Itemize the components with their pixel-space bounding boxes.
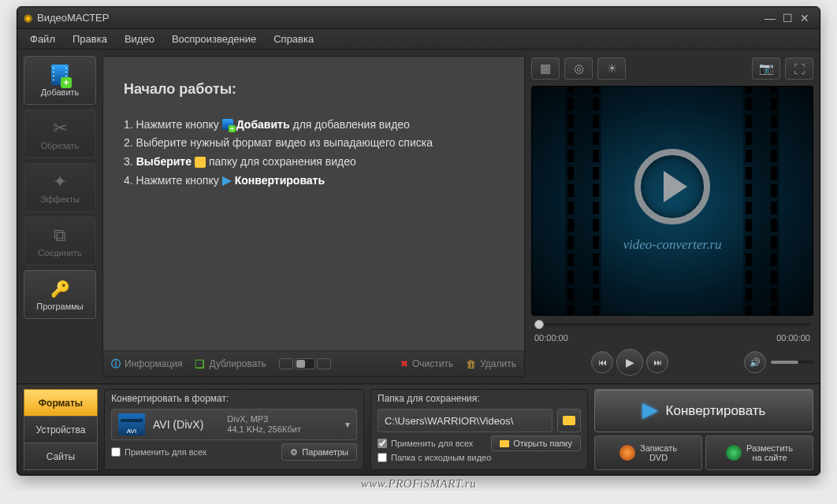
page-watermark: www.PROFiSMART.ru: [361, 477, 476, 491]
tool-add-button[interactable]: + Добавить: [24, 56, 96, 105]
tool-join-button[interactable]: ⧉ Соединить: [24, 217, 96, 265]
maximize-button[interactable]: ☐: [779, 12, 796, 24]
delete-icon: 🗑: [466, 358, 476, 370]
folder-small-icon: [500, 440, 509, 447]
seek-thumb[interactable]: [534, 320, 544, 329]
folder-inline-icon: [195, 157, 206, 168]
speaker-icon: 🔊: [750, 358, 761, 368]
view-list-icon: [279, 358, 293, 369]
menu-edit[interactable]: Правка: [65, 32, 115, 46]
app-logo-icon: ◉: [24, 12, 32, 24]
film-strip-left-icon: [565, 87, 601, 315]
chevron-down-icon: ▾: [345, 419, 350, 430]
duplicate-icon: ❏: [195, 358, 205, 370]
open-folder-button[interactable]: Открыть папку: [491, 435, 581, 451]
menubar: Файл Правка Видео Воспроизведение Справк…: [17, 29, 820, 50]
format-sub1: DivX, MP3: [227, 414, 301, 424]
start-step-3: 3. Выберите папку для сохранения видео: [124, 153, 504, 172]
prev-icon: ⏮: [598, 358, 607, 367]
save-source-folder-checkbox[interactable]: Папка с исходным видео: [378, 453, 581, 462]
video-preview[interactable]: video-converter.ru: [531, 86, 813, 316]
play-button[interactable]: ▶: [616, 349, 643, 376]
tool-programs-button[interactable]: 🔑 Программы: [24, 270, 96, 319]
save-apply-all-checkbox[interactable]: Применить для всех: [378, 439, 473, 448]
lt-duplicate[interactable]: ❏Дублировать: [195, 358, 266, 370]
main-area: + Добавить ✂ Обрезать ✦ Эффекты ⧉ Соедин…: [17, 50, 820, 384]
menu-help[interactable]: Справка: [266, 32, 322, 46]
tab-devices[interactable]: Устройства: [24, 416, 98, 443]
menu-file[interactable]: Файл: [22, 32, 63, 46]
app-window: ◉ ВидеоМАСТЕР — ☐ ✕ Файл Правка Видео Во…: [17, 6, 820, 476]
format-name: AVI (DivX): [153, 418, 203, 431]
preview-caption: video-converter.ru: [623, 237, 721, 253]
convert-button[interactable]: Конвертировать: [594, 389, 813, 432]
action-panel: Конвертировать ЗаписатьDVD Разместитьна …: [594, 389, 813, 470]
time-total: 00:00:00: [776, 333, 810, 343]
pt-fullscreen-button[interactable]: ⛶: [785, 57, 813, 80]
rotate-icon: ◎: [574, 61, 584, 76]
start-step-2: 2. Выберите нужный формат видео из выпад…: [124, 134, 504, 153]
pt-brightness-button[interactable]: ☀: [597, 57, 626, 80]
preview-toolbar: ▦ ◎ ☀ 📷 ⛶: [531, 56, 813, 81]
menu-playback[interactable]: Воспроизведение: [164, 32, 264, 46]
pt-crop-button[interactable]: ▦: [531, 57, 560, 80]
list-toolbar: ⓘИнформация ❏Дублировать ✖Очистить 🗑Удал…: [103, 351, 524, 376]
tab-sites[interactable]: Сайты: [24, 443, 98, 470]
lt-delete[interactable]: 🗑Удалить: [466, 358, 516, 370]
preview-panel: ▦ ◎ ☀ 📷 ⛶ video-converter.ru 00:00:00 00…: [531, 56, 813, 377]
pt-snapshot-button[interactable]: 📷: [752, 57, 780, 80]
fullscreen-icon: ⛶: [794, 62, 805, 76]
close-button[interactable]: ✕: [796, 12, 813, 24]
crop-icon: ▦: [540, 61, 551, 76]
format-tabs: Форматы Устройства Сайты: [24, 389, 98, 470]
bottom-strip: Форматы Устройства Сайты Конвертировать …: [17, 384, 820, 475]
info-icon: ⓘ: [111, 358, 121, 371]
time-row: 00:00:00 00:00:00: [531, 333, 813, 343]
clear-icon: ✖: [400, 358, 408, 369]
add-inline-icon: [222, 119, 233, 130]
time-current: 00:00:00: [534, 333, 568, 343]
next-icon: ⏭: [653, 358, 662, 367]
brightness-icon: ☀: [607, 61, 617, 76]
volume-slider[interactable]: [771, 361, 813, 364]
tab-formats[interactable]: Форматы: [24, 389, 98, 416]
menu-video[interactable]: Видео: [117, 32, 162, 46]
lt-info[interactable]: ⓘИнформация: [111, 358, 182, 371]
format-sub2: 44,1 KHz, 256Кбит: [227, 424, 301, 435]
tool-trim-button[interactable]: ✂ Обрезать: [24, 109, 96, 158]
view-toggle-icon: [295, 358, 315, 369]
key-icon: 🔑: [50, 278, 70, 300]
publish-button[interactable]: Разместитьна сайте: [705, 435, 813, 470]
start-heading: Начало работы:: [124, 77, 504, 102]
scissors-icon: ✂: [53, 117, 67, 139]
convert-arrow-icon: [642, 403, 658, 419]
pt-rotate-button[interactable]: ◎: [564, 57, 593, 80]
convert-inline-icon: [222, 176, 232, 186]
start-step-4: 4. Нажмите кнопку Конвертировать: [124, 172, 504, 191]
start-step-1: 1. Нажмите кнопку Добавить для добавлени…: [124, 116, 504, 135]
format-avi-icon: AVI: [118, 413, 145, 435]
seekbar[interactable]: [531, 321, 813, 328]
preview-play-icon: [634, 149, 710, 224]
browse-folder-button[interactable]: [557, 409, 581, 432]
format-params-button[interactable]: ⚙Параметры: [281, 443, 357, 461]
format-panel-title: Конвертировать в формат:: [111, 393, 357, 406]
burn-dvd-button[interactable]: ЗаписатьDVD: [594, 435, 702, 470]
format-dropdown[interactable]: AVI AVI (DivX) DivX, MP3 44,1 KHz, 256Кб…: [111, 409, 357, 440]
gear-icon: ⚙: [290, 447, 298, 458]
playback-controls: ⏮ ▶ ⏭ 🔊: [531, 347, 813, 377]
lt-clear[interactable]: ✖Очистить: [400, 358, 453, 369]
camera-icon: 📷: [759, 61, 774, 76]
save-panel-title: Папка для сохранения:: [378, 393, 581, 406]
save-path-input[interactable]: C:\Users\WARRIOR\Videos\: [378, 409, 552, 432]
next-button[interactable]: ⏭: [646, 351, 668, 373]
mute-button[interactable]: 🔊: [744, 351, 766, 373]
play-icon: ▶: [626, 356, 634, 369]
minimize-button[interactable]: —: [761, 12, 779, 24]
lt-view-switch[interactable]: [279, 358, 331, 369]
tool-effects-button[interactable]: ✦ Эффекты: [24, 163, 96, 212]
format-panel: Конвертировать в формат: AVI AVI (DivX) …: [104, 389, 364, 470]
film-add-icon: +: [51, 64, 69, 86]
prev-button[interactable]: ⏮: [591, 351, 613, 373]
format-apply-all-checkbox[interactable]: Применить для всех: [111, 447, 206, 457]
